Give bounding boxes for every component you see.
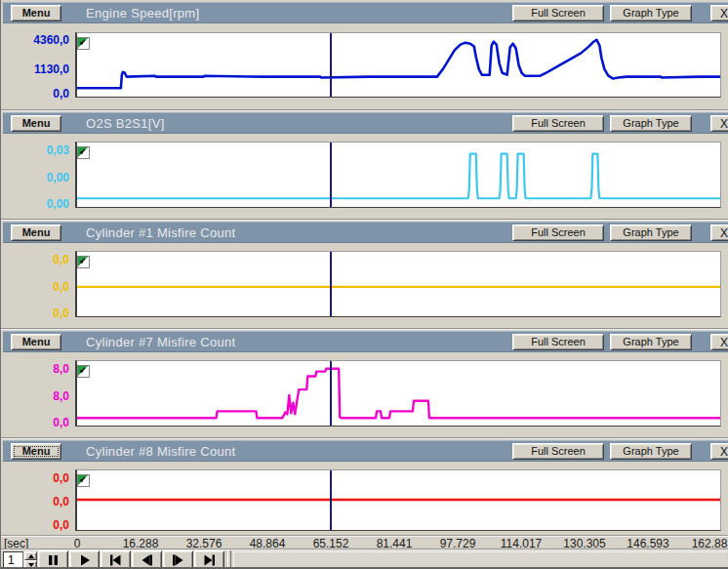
close-icon[interactable]: X [710,443,728,460]
y-min-label: 0,0 [1,518,69,532]
plot-area[interactable] [75,251,721,317]
y-cursor-value-label: 0,0 [1,280,69,294]
trace-start-marker-icon [77,145,90,158]
panel-title: O2S B2S1[V] [86,113,165,133]
menu-button[interactable]: Menu [11,334,61,350]
splitter-handle[interactable] [227,550,231,569]
close-icon[interactable]: X [710,115,728,132]
menu-button[interactable]: Menu [11,115,61,132]
signal-trace [77,361,720,426]
graph-panel: Menu Engine Speed[rpm] Full Screen Graph… [1,0,728,109]
graph-type-button[interactable]: Graph Type [610,5,692,21]
scroll-track[interactable] [233,551,727,568]
signal-trace [77,470,720,530]
graph-type-button[interactable]: Graph Type [610,443,692,460]
y-max-label: 0,0 [1,253,69,266]
graph-panel: Menu O2S B2S1[V] Full Screen Graph Type … [1,109,728,219]
panel-header: Menu Cylinder #7 Misfire Count Full Scre… [3,331,728,352]
time-cursor[interactable] [330,252,332,316]
trace-start-marker-icon [77,255,90,267]
panel-header: Menu Engine Speed[rpm] Full Screen Graph… [3,2,728,23]
graph-panel: Menu Cylinder #1 Misfire Count Full Scre… [1,219,728,328]
menu-button[interactable]: Menu [11,224,61,241]
plot-area[interactable] [75,32,721,98]
plot-area[interactable] [75,360,721,427]
signal-trace [77,33,720,97]
trace-start-marker-icon [77,473,90,486]
graph-type-button[interactable]: Graph Type [610,224,692,241]
plot-area[interactable] [75,469,721,531]
graph-panel: Menu Cylinder #7 Misfire Count Full Scre… [1,328,728,437]
full-screen-button[interactable]: Full Screen [512,5,604,21]
y-min-label: 0,0 [1,87,69,101]
panel-title: Cylinder #1 Misfire Count [86,223,235,242]
close-icon[interactable]: X [710,5,728,21]
pause-button[interactable] [38,550,68,569]
full-screen-button[interactable]: Full Screen [512,224,604,241]
speed-down-icon[interactable] [24,560,37,569]
panel-title: Cylinder #7 Misfire Count [86,332,235,351]
full-screen-button[interactable]: Full Screen [512,115,604,132]
panel-title: Engine Speed[rpm] [86,3,199,22]
trace-start-marker-icon [77,36,90,49]
y-max-label: 4360,0 [1,33,69,47]
full-screen-button[interactable]: Full Screen [512,334,604,350]
menu-button[interactable]: Menu [11,5,61,21]
plot-area[interactable] [75,142,721,208]
graph-type-button[interactable]: Graph Type [610,115,692,132]
graph-panel: Menu Cylinder #8 Misfire Count Full Scre… [1,437,728,535]
graph-type-button[interactable]: Graph Type [610,334,692,350]
time-cursor[interactable] [330,142,332,207]
scan-tool-graph-window: Menu Engine Speed[rpm] Full Screen Graph… [0,0,728,569]
y-min-label: 0,0 [1,306,69,320]
panel-header: Menu Cylinder #8 Misfire Count Full Scre… [3,440,728,462]
y-min-label: 0,00 [1,197,69,211]
close-icon[interactable]: X [710,224,728,241]
panel-header: Menu O2S B2S1[V] Full Screen Graph Type … [3,112,728,134]
y-cursor-value-label: 0,00 [1,171,69,184]
skip-end-button[interactable] [194,550,224,569]
playback-speed-input[interactable] [3,551,23,569]
panel-header: Menu Cylinder #1 Misfire Count Full Scre… [3,222,728,243]
signal-trace [77,142,720,207]
full-screen-button[interactable]: Full Screen [512,443,604,460]
y-max-label: 0,0 [1,471,69,485]
panel-title: Cylinder #8 Misfire Count [86,441,235,461]
signal-trace [77,252,720,316]
speed-up-icon[interactable] [24,551,37,560]
time-axis: [sec] 016.28832.57648.86465.15281.44197.… [1,535,728,549]
menu-button[interactable]: Menu [11,443,61,460]
y-cursor-value-label: 8,0 [1,389,69,403]
y-max-label: 0,03 [1,143,69,157]
y-cursor-value-label: 0,0 [1,495,69,508]
step-back-button[interactable] [132,550,162,569]
trace-start-marker-icon [77,364,90,377]
close-icon[interactable]: X [710,334,728,350]
y-max-label: 8,0 [1,362,69,376]
play-button[interactable] [69,550,100,569]
skip-start-button[interactable] [101,550,131,569]
time-cursor[interactable] [330,470,332,530]
step-forward-button[interactable] [163,550,193,569]
time-cursor[interactable] [330,33,332,97]
time-cursor[interactable] [330,361,332,426]
y-min-label: 0,0 [1,416,69,429]
playback-controls [1,549,728,569]
y-cursor-value-label: 1130,0 [1,62,69,76]
